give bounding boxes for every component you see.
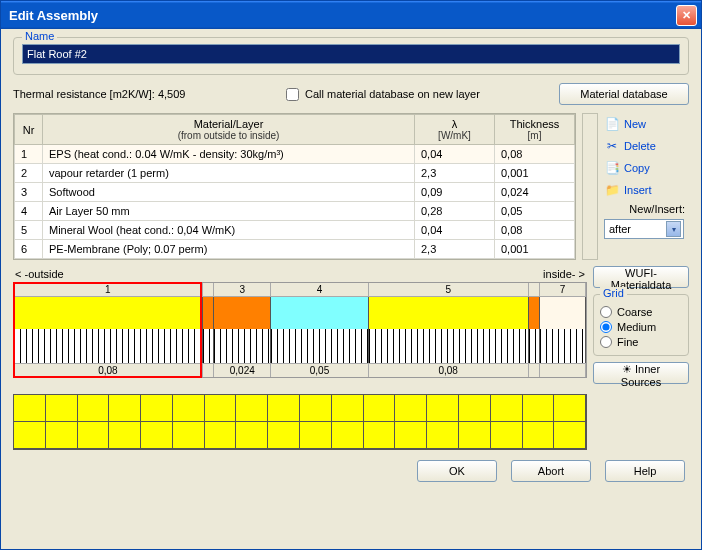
thermal-resistance: Thermal resistance [m2K/W]: 4,509 xyxy=(13,88,274,100)
ok-button[interactable]: OK xyxy=(417,460,497,482)
cell-material[interactable]: EPS (heat cond.: 0.04 W/mK - density: 30… xyxy=(43,145,415,164)
copy-icon: 📑 xyxy=(604,160,620,176)
name-fieldset: Name xyxy=(13,37,689,75)
grid-option-medium[interactable]: Medium xyxy=(600,321,682,333)
cell-lambda[interactable]: 0,09 xyxy=(415,183,495,202)
cell-nr[interactable]: 4 xyxy=(15,202,43,221)
outside-label: < -outside xyxy=(15,268,64,280)
col-material[interactable]: Material/Layer(from outside to inside) xyxy=(43,115,415,145)
layers-table: Nr Material/Layer(from outside to inside… xyxy=(13,113,576,260)
cell-nr[interactable]: 5 xyxy=(15,221,43,240)
cell-thickness[interactable]: 0,08 xyxy=(495,221,575,240)
close-icon: ✕ xyxy=(682,9,691,22)
side-actions: 📄New ✂Delete 📑Copy 📁Insert New/Insert: a… xyxy=(604,113,689,260)
table-scrollbar[interactable] xyxy=(582,113,598,260)
cell-material[interactable]: vapour retarder (1 perm) xyxy=(43,164,415,183)
insert-icon: 📁 xyxy=(604,182,620,198)
titlebar[interactable]: Edit Assembly ✕ xyxy=(1,1,701,29)
cell-nr[interactable]: 6 xyxy=(15,240,43,259)
table-row[interactable]: 2vapour retarder (1 perm)2,30,001 xyxy=(15,164,575,183)
cell-material[interactable]: Softwood xyxy=(43,183,415,202)
table-row[interactable]: 1EPS (heat cond.: 0.04 W/mK - density: 3… xyxy=(15,145,575,164)
cell-lambda[interactable]: 2,3 xyxy=(415,164,495,183)
copy-action[interactable]: 📑Copy xyxy=(604,159,689,177)
new-icon: 📄 xyxy=(604,116,620,132)
grid-legend: Grid xyxy=(600,287,627,299)
delete-icon: ✂ xyxy=(604,138,620,154)
cell-thickness[interactable]: 0,08 xyxy=(495,145,575,164)
grid-group: Grid CoarseMediumFine xyxy=(593,294,689,356)
window-title: Edit Assembly xyxy=(9,8,676,23)
cell-nr[interactable]: 1 xyxy=(15,145,43,164)
col-thickness[interactable]: Thickness[m] xyxy=(495,115,575,145)
delete-action[interactable]: ✂Delete xyxy=(604,137,689,155)
chevron-down-icon: ▾ xyxy=(666,221,681,237)
sun-icon: ☀ xyxy=(622,363,632,375)
help-button[interactable]: Help xyxy=(605,460,685,482)
wufi-materialdata-button[interactable]: WUFI-Materialdata xyxy=(593,266,689,288)
table-row[interactable]: 5Mineral Wool (heat cond.: 0,04 W/mK)0,0… xyxy=(15,221,575,240)
cell-lambda[interactable]: 0,28 xyxy=(415,202,495,221)
grid-radio[interactable] xyxy=(600,321,612,333)
dialog-window: Edit Assembly ✕ Name Thermal resistance … xyxy=(0,0,702,550)
cell-lambda[interactable]: 2,3 xyxy=(415,240,495,259)
cell-material[interactable]: Air Layer 50 mm xyxy=(43,202,415,221)
cell-thickness[interactable]: 0,001 xyxy=(495,164,575,183)
cell-nr[interactable]: 3 xyxy=(15,183,43,202)
cell-material[interactable]: PE-Membrane (Poly; 0.07 perm) xyxy=(43,240,415,259)
name-label: Name xyxy=(22,30,57,42)
call-db-label: Call material database on new layer xyxy=(305,88,480,100)
table-row[interactable]: 3Softwood0,090,024 xyxy=(15,183,575,202)
grid-option-fine[interactable]: Fine xyxy=(600,336,682,348)
grid-visualization[interactable] xyxy=(13,394,587,450)
cell-nr[interactable]: 2 xyxy=(15,164,43,183)
cell-thickness[interactable]: 0,05 xyxy=(495,202,575,221)
col-nr[interactable]: Nr xyxy=(15,115,43,145)
material-database-button[interactable]: Material database xyxy=(559,83,689,105)
new-insert-combo[interactable]: after▾ xyxy=(604,219,684,239)
inside-label: inside- > xyxy=(543,268,585,280)
call-db-checkbox[interactable] xyxy=(286,88,299,101)
thermal-value: 4,509 xyxy=(158,88,186,100)
table-row[interactable]: 4Air Layer 50 mm0,280,05 xyxy=(15,202,575,221)
thermal-label: Thermal resistance [m2K/W]: xyxy=(13,88,155,100)
grid-radio[interactable] xyxy=(600,336,612,348)
close-button[interactable]: ✕ xyxy=(676,5,697,26)
col-lambda[interactable]: λ[W/mK] xyxy=(415,115,495,145)
call-db-checkbox-wrap[interactable]: Call material database on new layer xyxy=(286,88,547,101)
cell-material[interactable]: Mineral Wool (heat cond.: 0,04 W/mK) xyxy=(43,221,415,240)
layer-visualization[interactable]: 13457 0,080,0240,050,08 xyxy=(13,282,587,378)
insert-action[interactable]: 📁Insert xyxy=(604,181,689,199)
table-row[interactable]: 6PE-Membrane (Poly; 0.07 perm)2,30,001 xyxy=(15,240,575,259)
assembly-name-input[interactable] xyxy=(22,44,680,64)
new-action[interactable]: 📄New xyxy=(604,115,689,133)
cell-thickness[interactable]: 0,024 xyxy=(495,183,575,202)
grid-radio[interactable] xyxy=(600,306,612,318)
cell-lambda[interactable]: 0,04 xyxy=(415,145,495,164)
inner-sources-button[interactable]: ☀ Inner Sources xyxy=(593,362,689,384)
grid-option-coarse[interactable]: Coarse xyxy=(600,306,682,318)
abort-button[interactable]: Abort xyxy=(511,460,591,482)
cell-thickness[interactable]: 0,001 xyxy=(495,240,575,259)
cell-lambda[interactable]: 0,04 xyxy=(415,221,495,240)
new-insert-label: New/Insert: xyxy=(604,203,689,215)
